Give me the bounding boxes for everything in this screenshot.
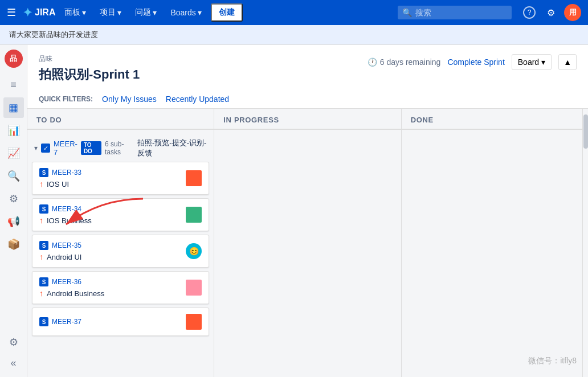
- reports-icon: 📊: [7, 124, 20, 137]
- column-body-todo: ▾ ✓ MEER-7 TO DO 6 sub-tasks 拍照-预览-提交-识别…: [27, 130, 214, 377]
- card-name-row: ↑ Android UI: [39, 252, 81, 261]
- sidebar-item-releases[interactable]: 📦: [3, 234, 24, 255]
- card-meer36[interactable]: S MEER-36 ↑ Android Business: [32, 271, 209, 304]
- card-left: S MEER-37: [39, 317, 81, 326]
- content-area: 品味 拍照识别-Sprint 1 🕐 6 days remaining Comp…: [27, 45, 588, 377]
- complete-sprint-button[interactable]: Complete Sprint: [447, 58, 504, 67]
- column-todo: To Do ▾ ✓ MEER-7 TO DO 6 sub-tas: [27, 109, 214, 377]
- announcement-bar: 请大家更新品味的开发进度: [0, 25, 588, 45]
- nav-boards[interactable]: Boards ▾: [166, 6, 206, 19]
- nav-board[interactable]: 面板 ▾: [60, 5, 91, 20]
- card-id-row: S MEER-34: [39, 204, 92, 214]
- sidebar-item-board[interactable]: ▦: [3, 97, 24, 118]
- sidebar-item-notifications[interactable]: 📢: [3, 211, 24, 232]
- quick-filters: QUICK FILTERS: Only My Issues Recently U…: [39, 90, 577, 108]
- card-left: S MEER-36 ↑ Android Business: [39, 277, 104, 298]
- nav-issue[interactable]: 问题 ▾: [130, 5, 161, 20]
- card-avatar: [186, 280, 202, 296]
- create-button[interactable]: 创建: [211, 3, 243, 22]
- priority-icon: ↑: [39, 179, 43, 188]
- card-avatar: [186, 207, 202, 223]
- filter-recently-updated[interactable]: Recently Updated: [166, 95, 229, 104]
- priority-icon: ↑: [39, 252, 43, 261]
- sidebar-item-charts[interactable]: 📈: [3, 143, 24, 163]
- scrollbar-thumb[interactable]: [583, 114, 588, 149]
- card-left: S MEER-34 ↑ IOS Business: [39, 204, 92, 225]
- card-meer35[interactable]: S MEER-35 ↑ Android UI 😊: [32, 235, 209, 268]
- help-button[interactable]: ?: [521, 4, 538, 21]
- card-name-row: ↑ IOS Business: [39, 216, 92, 225]
- search-bar[interactable]: 🔍: [398, 6, 512, 19]
- board-dropdown-button[interactable]: Board ▾: [512, 54, 552, 70]
- project-title: 拍照识别-Sprint 1: [39, 66, 140, 83]
- jira-logo[interactable]: ✦ JIRA: [23, 6, 55, 19]
- project-header-top: 品味 拍照识别-Sprint 1 🕐 6 days remaining Comp…: [39, 54, 577, 90]
- user-avatar[interactable]: 用: [564, 4, 581, 21]
- story-type-icon: S: [39, 204, 48, 214]
- column-body-done: [402, 130, 588, 377]
- column-header-done: Done: [402, 109, 588, 130]
- expand-icon[interactable]: ▾: [34, 144, 38, 152]
- menu-icon[interactable]: ☰: [7, 6, 16, 19]
- card-name: Android UI: [47, 253, 81, 261]
- story-name: 拍照-预览-提交-识别-反馈: [137, 138, 207, 158]
- story-type-icon: S: [39, 277, 48, 286]
- settings-icon: ⚙: [547, 7, 555, 18]
- project-settings-icon: ⚙: [9, 336, 18, 349]
- logo-text: JIRA: [35, 7, 55, 18]
- settings-button[interactable]: ⚙: [542, 4, 560, 21]
- nav-right-icons: ? ⚙ 用: [521, 4, 581, 21]
- backlog-icon: ≡: [10, 79, 17, 91]
- sidebar-item-reports[interactable]: 📊: [3, 120, 24, 141]
- story-status-badge: TO DO: [81, 141, 101, 155]
- card-meer34[interactable]: S MEER-34 ↑ IOS Business: [32, 198, 209, 231]
- card-id-row: S MEER-36: [39, 277, 104, 286]
- card-name: IOS UI: [47, 180, 69, 188]
- search-icon: 🔍: [402, 8, 412, 17]
- left-sidebar: 品 ≡ ▦ 📊 📈 🔍 ⚙ 📢 📦 ⚙ «: [0, 45, 27, 377]
- search-input[interactable]: [415, 8, 495, 17]
- card-name: IOS Business: [47, 216, 92, 225]
- sidebar-item-search[interactable]: 🔍: [3, 166, 24, 186]
- project-name: 品味: [39, 54, 140, 64]
- board-icon: ▦: [9, 101, 18, 114]
- sidebar-bottom: ⚙ «: [3, 332, 24, 373]
- column-done: Done: [402, 109, 588, 377]
- column-header-inprogress: In Progress: [214, 109, 401, 130]
- column-header-todo: To Do: [27, 109, 214, 130]
- filter-my-issues[interactable]: Only My Issues: [102, 95, 157, 104]
- card-avatar-teal: 😊: [186, 243, 202, 259]
- card-left: S MEER-35 ↑ Android UI: [39, 241, 81, 261]
- story-type-icon: S: [39, 317, 48, 326]
- days-remaining: 🕐 6 days remaining: [368, 58, 441, 67]
- sidebar-item-settings[interactable]: ⚙: [3, 188, 24, 209]
- search-list-icon: 🔍: [7, 170, 20, 182]
- chevron-up-icon: ▲: [564, 58, 571, 67]
- collapse-icon: «: [10, 357, 16, 369]
- story-type-icon: S: [39, 241, 48, 250]
- card-meer37[interactable]: S MEER-37: [32, 308, 209, 336]
- vertical-scrollbar[interactable]: [582, 109, 588, 377]
- sprint-info: 🕐 6 days remaining Complete Sprint Board…: [368, 54, 577, 70]
- story-type-icon: S: [39, 168, 48, 177]
- quick-filters-label: QUICK FILTERS:: [39, 95, 93, 103]
- chevron-down-icon: ▾: [541, 58, 545, 67]
- story-group-meer7: ▾ ✓ MEER-7 TO DO 6 sub-tasks 拍照-预览-提交-识别…: [32, 134, 209, 336]
- checkmark-icon: ✓: [43, 145, 48, 152]
- project-avatar[interactable]: 品: [5, 50, 23, 68]
- card-meer33[interactable]: S MEER-33 ↑ IOS UI: [32, 162, 209, 195]
- nav-project[interactable]: 项目 ▾: [95, 5, 126, 20]
- card-id: MEER-34: [52, 205, 81, 213]
- story-id[interactable]: MEER-7: [54, 140, 77, 157]
- story-checkbox[interactable]: ✓: [41, 144, 50, 153]
- priority-icon: ↑: [39, 289, 43, 298]
- priority-icon: ↑: [39, 216, 43, 225]
- collapse-panel-button[interactable]: ▲: [558, 54, 577, 70]
- card-name: Android Business: [47, 289, 104, 298]
- sidebar-item-project-settings[interactable]: ⚙: [3, 332, 24, 353]
- sidebar-item-backlog[interactable]: ≡: [3, 75, 24, 95]
- column-body-inprogress: [214, 130, 401, 377]
- card-id: MEER-33: [52, 169, 81, 177]
- project-header: 品味 拍照识别-Sprint 1 🕐 6 days remaining Comp…: [27, 45, 588, 109]
- sidebar-collapse-button[interactable]: «: [3, 353, 24, 373]
